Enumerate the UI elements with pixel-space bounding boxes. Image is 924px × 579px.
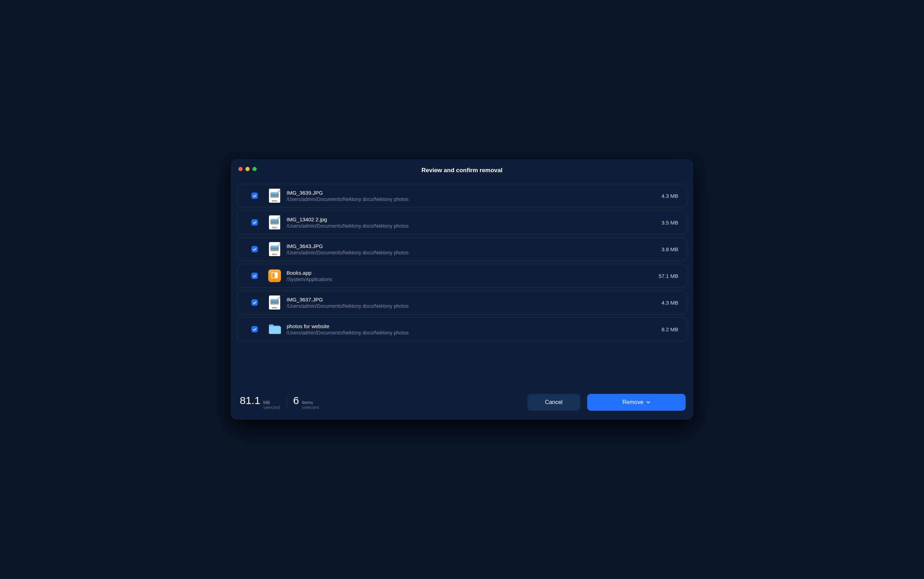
items-unit: Items (302, 400, 319, 405)
total-size-unit: MB (263, 400, 280, 405)
file-checkbox[interactable] (251, 273, 258, 279)
titlebar: Review and confirm removal (231, 160, 693, 181)
file-name: photos for website (287, 323, 656, 329)
file-name: Books.app (287, 270, 653, 276)
file-info: IMG_3637.JPG/Users/admin/Documents/Nekto… (287, 296, 656, 309)
file-icon (268, 215, 281, 230)
file-checkbox[interactable] (251, 246, 258, 252)
jpeg-file-icon (269, 215, 280, 229)
maximize-button[interactable] (253, 167, 257, 171)
file-size: 3.5 MB (661, 219, 678, 226)
file-icon (268, 188, 281, 203)
file-size: 57.1 MB (658, 273, 678, 279)
jpeg-file-icon (269, 242, 280, 256)
chevron-down-icon (646, 400, 650, 404)
stats-divider (287, 396, 287, 408)
file-info: photos for website/Users/admin/Documents… (287, 323, 656, 335)
file-row[interactable]: Books.app/System/Applications57.1 MB (237, 264, 687, 288)
file-row[interactable]: IMG_3637.JPG/Users/admin/Documents/Nekto… (237, 291, 687, 314)
items-stat: 6 Items selected (293, 394, 319, 411)
file-info: Books.app/System/Applications (287, 270, 653, 282)
jpeg-file-icon (269, 189, 280, 203)
jpeg-file-icon (269, 296, 280, 309)
cancel-button[interactable]: Cancel (527, 394, 580, 411)
window-controls (238, 167, 257, 171)
file-checkbox[interactable] (251, 193, 258, 199)
total-size-stat: 81.1 MB selected (240, 394, 280, 411)
total-size-sublabel: selected (263, 405, 280, 410)
selection-stats: 81.1 MB selected 6 Items selected (240, 394, 319, 411)
file-path: /Users/admin/Documents/Nektony docs/Nekt… (287, 330, 656, 335)
total-size-value: 81.1 (240, 394, 260, 407)
folder-icon (268, 324, 281, 335)
minimize-button[interactable] (245, 167, 249, 171)
file-path: /Users/admin/Documents/Nektony docs/Nekt… (287, 250, 656, 255)
file-icon (268, 242, 281, 257)
file-size: 3.8 MB (661, 246, 678, 252)
books-app-icon (268, 270, 281, 282)
file-size: 8.2 MB (661, 326, 678, 332)
file-row[interactable]: IMG_3639.JPG/Users/admin/Documents/Nekto… (237, 184, 687, 208)
file-icon (268, 268, 281, 283)
file-name: IMG_3639.JPG (287, 190, 656, 196)
file-path: /System/Applications (287, 276, 653, 282)
file-checkbox[interactable] (251, 299, 258, 306)
file-name: IMG_3637.JPG (287, 296, 656, 303)
file-info: IMG_13402 2.jpg/Users/admin/Documents/Ne… (287, 216, 656, 229)
items-sublabel: selected (302, 405, 319, 410)
file-icon (268, 295, 281, 310)
file-name: IMG_13402 2.jpg (287, 216, 656, 222)
remove-button[interactable]: Remove (587, 394, 686, 411)
file-info: IMG_3639.JPG/Users/admin/Documents/Nekto… (287, 190, 656, 202)
file-info: IMG_3643.JPG/Users/admin/Documents/Nekto… (287, 243, 656, 255)
file-icon (268, 322, 281, 337)
file-path: /Users/admin/Documents/Nektony docs/Nekt… (287, 196, 656, 202)
items-value: 6 (293, 394, 299, 407)
file-name: IMG_3643.JPG (287, 243, 656, 249)
file-path: /Users/admin/Documents/Nektony docs/Nekt… (287, 303, 656, 309)
remove-button-label: Remove (622, 399, 643, 406)
confirmation-dialog: Review and confirm removal IMG_3639.JPG/… (231, 160, 693, 419)
file-path: /Users/admin/Documents/Nektony docs/Nekt… (287, 223, 656, 229)
file-checkbox[interactable] (251, 219, 258, 226)
file-list: IMG_3639.JPG/Users/admin/Documents/Nekto… (231, 181, 693, 341)
file-size: 4.3 MB (661, 193, 678, 199)
close-button[interactable] (238, 167, 243, 171)
dialog-title: Review and confirm removal (422, 167, 503, 174)
file-checkbox[interactable] (251, 326, 258, 332)
file-row[interactable]: IMG_3643.JPG/Users/admin/Documents/Nekto… (237, 237, 687, 261)
footer: 81.1 MB selected 6 Items selected Cancel… (231, 387, 693, 419)
file-row[interactable]: IMG_13402 2.jpg/Users/admin/Documents/Ne… (237, 211, 687, 234)
file-row[interactable]: photos for website/Users/admin/Documents… (237, 317, 687, 341)
file-size: 4.3 MB (661, 300, 678, 306)
